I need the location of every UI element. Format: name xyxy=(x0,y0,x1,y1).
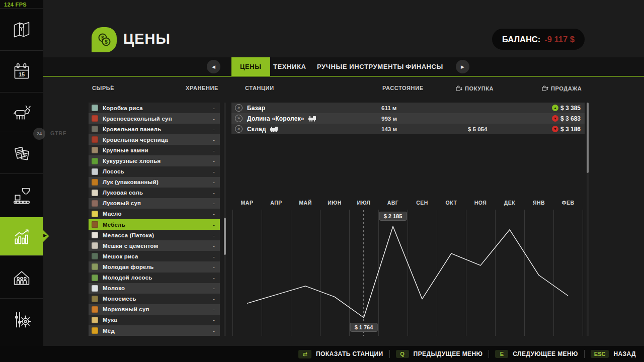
calendar-icon: 15 xyxy=(11,61,33,83)
storage-value: - xyxy=(213,328,215,334)
list-item-commodity[interactable]: Крупные камни- xyxy=(89,145,220,155)
list-item-commodity[interactable]: Лосось- xyxy=(89,166,220,177)
commodity-name: Луковая соль xyxy=(103,190,143,196)
svg-text:15: 15 xyxy=(18,71,24,77)
column-stations: СТАНЦИИ xyxy=(245,85,274,91)
hotkey-key: ESC xyxy=(591,350,609,358)
column-buy-label: ПОКУПКА xyxy=(465,85,494,92)
tab-bar: ◀ ЦЕНЫ ТЕХНИКА РУЧНЫЕ ИНСТРУМЕНТЫ ФИНАНС… xyxy=(43,57,644,77)
fps-counter: 124 FPS xyxy=(4,2,27,8)
commodity-icon xyxy=(92,306,98,313)
commodity-icon xyxy=(92,285,98,292)
column-sell: ПРОДАЖА xyxy=(541,85,582,92)
tab-hand-tools[interactable]: РУЧНЫЕ ИНСТРУМЕНТЫ xyxy=(317,57,404,76)
settings-sliders-gear-icon xyxy=(11,309,33,331)
list-item-commodity[interactable]: Кровельная панель- xyxy=(89,124,220,134)
notification-text: GTRF xyxy=(50,130,66,136)
station-row[interactable]: »Склад143 м$ 5 054▼$ 3 186 xyxy=(231,124,585,134)
sidebar: 15 xyxy=(0,0,43,346)
tab-prices[interactable]: ЦЕНЫ xyxy=(231,57,270,76)
prices-bubble-icon: $ $ xyxy=(92,27,117,52)
commodity-scrollbar-thumb[interactable] xyxy=(224,218,226,255)
station-row[interactable]: »Долина «Королек»993 м▼$ 3 683 xyxy=(231,113,585,124)
hotkey-item[interactable]: QПРЕДЫДУЩЕЕ МЕНЮ xyxy=(396,350,483,358)
list-item-commodity[interactable]: Мешок риса- xyxy=(89,251,220,261)
commodity-name: Меласса (Патока) xyxy=(103,232,154,238)
commodity-icon xyxy=(92,275,98,281)
hotkey-item[interactable]: EСЛЕДУЮЩЕЕ МЕНЮ xyxy=(495,350,578,358)
sidebar-item-prices-statistics[interactable] xyxy=(0,217,43,256)
price-line-plot xyxy=(231,198,585,336)
list-item-commodity[interactable]: Луковый суп- xyxy=(89,198,220,209)
stations-scrollbar-thumb[interactable] xyxy=(587,103,589,173)
storage-value: - xyxy=(213,211,215,217)
list-item-commodity[interactable]: Молоко- xyxy=(89,283,220,294)
storage-value: - xyxy=(213,158,215,164)
storage-value: - xyxy=(213,243,215,249)
list-item-commodity[interactable]: Молодая форель- xyxy=(89,261,220,272)
price-trend-down-icon: ▼ xyxy=(552,115,558,122)
hotkey-label: ПОКАЗАТЬ СТАНЦИИ xyxy=(316,350,383,357)
commodity-name: Масло xyxy=(103,211,122,217)
hotkey-separator xyxy=(489,350,489,358)
hotkey-label: ПРЕДЫДУЩЕЕ МЕНЮ xyxy=(414,350,483,357)
tab-finances[interactable]: ФИНАНСЫ xyxy=(406,57,443,76)
train-icon xyxy=(308,115,316,122)
commodity-icon xyxy=(92,126,98,132)
sidebar-item-settings[interactable] xyxy=(0,298,43,340)
list-item-commodity[interactable]: Меласса (Патока)- xyxy=(89,230,220,240)
commodity-icon xyxy=(92,200,98,207)
list-item-commodity[interactable]: Морковный суп- xyxy=(89,304,220,315)
list-item-commodity[interactable]: Кровельная черепица- xyxy=(89,134,220,145)
list-item-commodity[interactable]: Мука- xyxy=(89,315,220,325)
tab-vehicles[interactable]: ТЕХНИКА xyxy=(273,57,306,76)
list-item-commodity[interactable]: Луковая соль- xyxy=(89,188,220,198)
storage-value: - xyxy=(213,137,215,143)
sidebar-item-map[interactable] xyxy=(0,8,43,51)
list-item-commodity[interactable]: Коробка риса- xyxy=(89,103,220,113)
stations-scrollbar[interactable] xyxy=(587,103,589,336)
list-item-commodity[interactable]: Лук (упакованный)- xyxy=(89,177,220,188)
hotkey-item[interactable]: ESCНАЗАД xyxy=(591,350,636,358)
hotkey-bar: ⇄ПОКАЗАТЬ СТАНЦИИQПРЕДЫДУЩЕЕ МЕНЮEСЛЕДУЮ… xyxy=(0,346,644,362)
price-trend-down-icon: ▼ xyxy=(552,126,558,132)
commodity-name: Кровельная панель xyxy=(103,126,161,132)
sidebar-item-calendar[interactable]: 15 xyxy=(0,50,43,93)
commodity-name: Молодой лосось xyxy=(103,275,152,281)
commodity-name: Кукурузные хлопья xyxy=(103,158,160,164)
column-sell-label: ПРОДАЖА xyxy=(551,85,582,92)
station-row[interactable]: »Базар611 м▲$ 3 385 xyxy=(231,103,585,113)
list-item-commodity[interactable]: Мешки с цементом- xyxy=(89,240,220,251)
storage-value: - xyxy=(213,264,215,270)
tabs-next-button[interactable]: ▶ xyxy=(456,60,469,73)
list-item-commodity[interactable]: Красносвекольный суп- xyxy=(89,113,220,124)
list-item-commodity[interactable]: Кукурузные хлопья- xyxy=(89,155,220,166)
commodity-name: Мебель xyxy=(103,222,125,228)
column-storage: ХРАНЕНИЕ xyxy=(186,85,218,91)
map-icon xyxy=(11,19,33,41)
storage-value: - xyxy=(213,275,215,281)
commodity-name: Мешок риса xyxy=(103,253,138,259)
tabs-prev-button[interactable]: ◀ xyxy=(207,60,220,73)
commodity-icon xyxy=(92,327,98,334)
hotkey-key: E xyxy=(495,350,508,358)
storage-value: - xyxy=(213,306,215,312)
station-buy-price: $ 5 054 xyxy=(468,126,487,132)
list-item-commodity[interactable]: Масло- xyxy=(89,209,220,219)
hotkey-item[interactable]: ⇄ПОКАЗАТЬ СТАНЦИИ xyxy=(298,350,383,358)
commodity-scrollbar[interactable] xyxy=(224,103,226,336)
column-buy: ПОКУПКА xyxy=(455,85,494,92)
commodity-list: Коробка риса-Красносвекольный суп-Кровел… xyxy=(89,103,220,336)
list-item-commodity[interactable]: Молодой лосось- xyxy=(89,273,220,283)
storage-value: - xyxy=(213,222,215,228)
station-name: Склад xyxy=(247,126,278,133)
station-sell-price: $ 3 186 xyxy=(560,126,581,133)
list-item-commodity[interactable]: Мебель- xyxy=(89,219,220,230)
train-icon xyxy=(270,126,278,132)
sidebar-item-farm[interactable] xyxy=(0,255,43,299)
sidebar-item-animals[interactable] xyxy=(0,92,43,132)
list-item-commodity[interactable]: Моносмесь- xyxy=(89,294,220,304)
sidebar-item-production[interactable] xyxy=(0,173,43,218)
svg-text:$: $ xyxy=(105,39,108,45)
list-item-commodity[interactable]: Мёд- xyxy=(89,325,220,336)
